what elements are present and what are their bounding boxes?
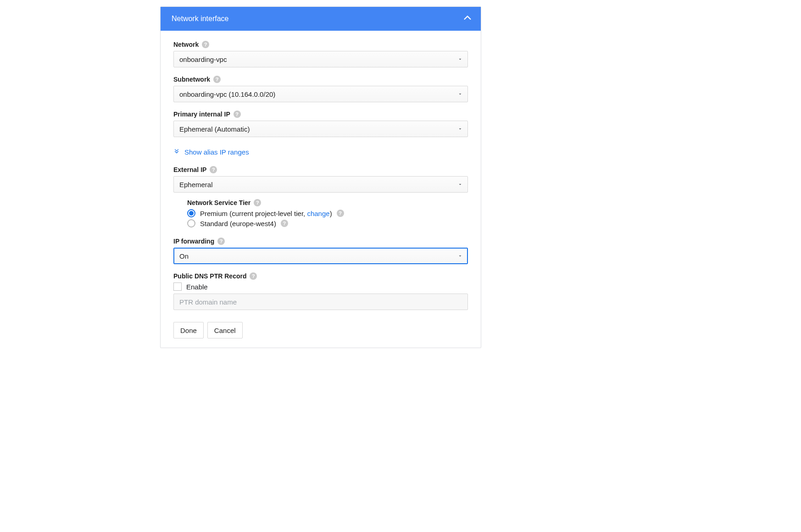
tier-standard-label: Standard (europe-west4): [200, 220, 276, 227]
help-icon[interactable]: ?: [250, 272, 257, 280]
chevron-up-icon: [462, 13, 473, 25]
help-icon[interactable]: ?: [210, 166, 217, 173]
caret-down-icon: [457, 126, 463, 132]
primary-internal-ip-field: Primary internal IP ? Ephemeral (Automat…: [173, 111, 468, 137]
ip-forwarding-label: IP forwarding: [173, 238, 214, 245]
network-service-tier-label: Network Service Tier: [187, 199, 250, 206]
help-icon[interactable]: ?: [202, 41, 209, 48]
done-button[interactable]: Done: [173, 322, 204, 338]
network-interface-panel: Network interface Network ? onboarding-v…: [160, 6, 481, 348]
subnetwork-field: Subnetwork ? onboarding-vpc (10.164.0.0/…: [173, 76, 468, 102]
ptr-enable-label: Enable: [186, 283, 208, 291]
tier-premium-suffix: ): [330, 210, 332, 217]
primary-internal-ip-select[interactable]: Ephemeral (Automatic): [173, 121, 468, 137]
network-field: Network ? onboarding-vpc: [173, 41, 468, 67]
network-label: Network: [173, 41, 199, 48]
ip-forwarding-select[interactable]: On: [173, 248, 468, 264]
ip-forwarding-field: IP forwarding ? On: [173, 238, 468, 264]
external-ip-label: External IP: [173, 166, 206, 173]
network-service-tier-block: Network Service Tier ? Premium (current …: [173, 199, 468, 227]
help-icon[interactable]: ?: [213, 76, 221, 83]
show-alias-ip-ranges-link[interactable]: Show alias IP ranges: [173, 148, 249, 156]
network-select[interactable]: onboarding-vpc: [173, 51, 468, 67]
panel-header[interactable]: Network interface: [161, 7, 481, 31]
ptr-domain-name-input[interactable]: [173, 294, 468, 310]
caret-down-icon: [457, 91, 463, 97]
help-icon[interactable]: ?: [234, 111, 241, 118]
network-select-value: onboarding-vpc: [179, 55, 227, 63]
change-tier-link[interactable]: change: [307, 210, 329, 217]
ptr-record-label: Public DNS PTR Record: [173, 272, 246, 280]
subnetwork-select[interactable]: onboarding-vpc (10.164.0.0/20): [173, 86, 468, 102]
ptr-record-field: Public DNS PTR Record ? Enable: [173, 272, 468, 310]
tier-premium-label: Premium (current project-level tier, cha…: [200, 210, 332, 217]
help-icon[interactable]: ?: [337, 210, 344, 217]
help-icon[interactable]: ?: [281, 220, 288, 227]
tier-premium-row[interactable]: Premium (current project-level tier, cha…: [187, 209, 468, 217]
tier-premium-prefix: Premium (current project-level tier,: [200, 210, 307, 217]
radio-unchecked-icon[interactable]: [187, 219, 195, 227]
subnetwork-label: Subnetwork: [173, 76, 210, 83]
primary-internal-ip-label: Primary internal IP: [173, 111, 230, 118]
panel-title: Network interface: [172, 15, 229, 23]
help-icon[interactable]: ?: [254, 199, 261, 206]
caret-down-icon: [457, 182, 463, 187]
external-ip-field: External IP ? Ephemeral: [173, 166, 468, 193]
double-chevron-down-icon: [173, 148, 180, 156]
show-alias-ip-ranges-label: Show alias IP ranges: [184, 148, 249, 156]
ip-forwarding-value: On: [179, 252, 189, 260]
tier-standard-row[interactable]: Standard (europe-west4) ?: [187, 219, 468, 227]
primary-internal-ip-value: Ephemeral (Automatic): [179, 125, 250, 133]
ptr-enable-row[interactable]: Enable: [173, 283, 468, 291]
caret-down-icon: [457, 56, 463, 62]
external-ip-select[interactable]: Ephemeral: [173, 176, 468, 193]
caret-down-icon: [457, 253, 463, 259]
subnetwork-select-value: onboarding-vpc (10.164.0.0/20): [179, 90, 275, 98]
radio-checked-icon[interactable]: [187, 209, 195, 217]
cancel-button[interactable]: Cancel: [207, 322, 243, 338]
help-icon[interactable]: ?: [217, 238, 225, 245]
checkbox-unchecked-icon[interactable]: [173, 283, 182, 291]
external-ip-value: Ephemeral: [179, 181, 213, 188]
